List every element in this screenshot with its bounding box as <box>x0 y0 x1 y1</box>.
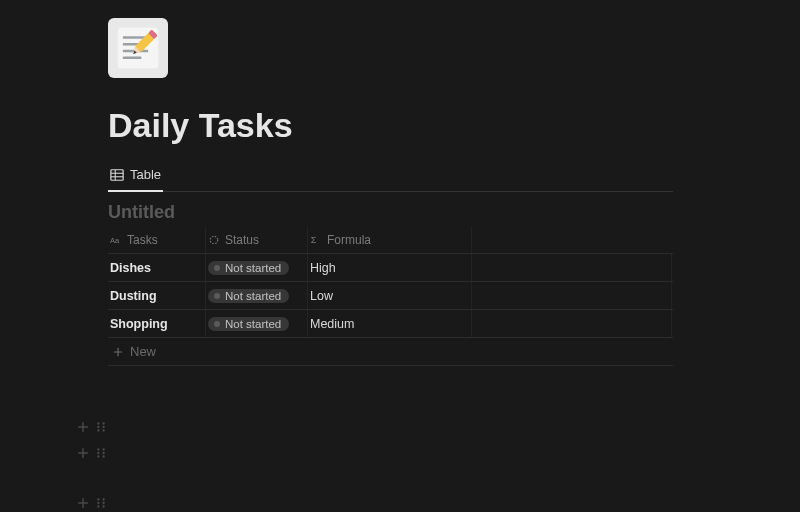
block-handle[interactable] <box>76 420 108 434</box>
view-tabs: Table <box>108 163 673 192</box>
plus-icon <box>112 346 124 358</box>
svg-point-26 <box>102 448 104 450</box>
svg-point-27 <box>97 452 99 454</box>
memo-pencil-icon <box>111 21 165 75</box>
svg-point-32 <box>102 498 104 500</box>
svg-rect-9 <box>111 169 123 180</box>
svg-point-29 <box>97 455 99 457</box>
svg-text:Σ: Σ <box>311 235 317 245</box>
database-table: Aa Tasks Status Σ Formula DishesNot star… <box>108 227 673 366</box>
svg-point-31 <box>97 498 99 500</box>
drag-handle-icon[interactable] <box>94 446 108 460</box>
formula-icon: Σ <box>310 234 322 246</box>
svg-point-19 <box>97 422 99 424</box>
svg-point-36 <box>102 505 104 507</box>
svg-point-34 <box>102 502 104 504</box>
svg-point-14 <box>210 236 218 244</box>
svg-point-22 <box>102 426 104 428</box>
svg-text:Aa: Aa <box>110 236 120 245</box>
page-title[interactable]: Daily Tasks <box>108 106 680 145</box>
cell-task[interactable]: Dusting <box>108 282 206 309</box>
svg-point-21 <box>97 426 99 428</box>
cell-empty[interactable] <box>472 310 672 337</box>
block-handle[interactable] <box>76 496 108 510</box>
cell-formula[interactable]: High <box>308 254 472 281</box>
drag-handle-icon[interactable] <box>94 496 108 510</box>
svg-point-24 <box>102 429 104 431</box>
svg-point-20 <box>102 422 104 424</box>
cell-task[interactable]: Shopping <box>108 310 206 337</box>
status-pill: Not started <box>208 261 289 275</box>
table-row[interactable]: DustingNot startedLow <box>108 282 673 310</box>
column-header-status[interactable]: Status <box>206 227 308 253</box>
status-pill: Not started <box>208 289 289 303</box>
column-header-formula[interactable]: Σ Formula <box>308 227 472 253</box>
table-icon <box>110 168 124 182</box>
table-row[interactable]: DishesNot startedHigh <box>108 254 673 282</box>
block-handle[interactable] <box>76 446 108 460</box>
svg-rect-4 <box>123 56 142 59</box>
svg-point-28 <box>102 452 104 454</box>
plus-icon[interactable] <box>76 496 90 510</box>
cell-task[interactable]: Dishes <box>108 254 206 281</box>
table-header-row: Aa Tasks Status Σ Formula <box>108 227 673 254</box>
cell-empty[interactable] <box>472 282 672 309</box>
cell-status[interactable]: Not started <box>206 254 308 281</box>
plus-icon[interactable] <box>76 446 90 460</box>
svg-point-23 <box>97 429 99 431</box>
database-title[interactable]: Untitled <box>108 202 680 223</box>
cell-status[interactable]: Not started <box>206 310 308 337</box>
column-actions <box>472 227 502 253</box>
tab-table[interactable]: Table <box>108 163 163 192</box>
tab-label: Table <box>130 167 161 182</box>
column-header-tasks[interactable]: Aa Tasks <box>108 227 206 253</box>
title-icon: Aa <box>110 234 122 246</box>
table-row[interactable]: ShoppingNot startedMedium <box>108 310 673 338</box>
page-icon[interactable] <box>108 18 168 78</box>
plus-icon[interactable] <box>76 420 90 434</box>
svg-point-30 <box>102 455 104 457</box>
svg-point-33 <box>97 502 99 504</box>
status-icon <box>208 234 220 246</box>
drag-handle-icon[interactable] <box>94 420 108 434</box>
svg-point-25 <box>97 448 99 450</box>
cell-empty[interactable] <box>472 254 672 281</box>
status-pill: Not started <box>208 317 289 331</box>
cell-formula[interactable]: Medium <box>308 310 472 337</box>
cell-status[interactable]: Not started <box>206 282 308 309</box>
cell-formula[interactable]: Low <box>308 282 472 309</box>
new-row-button[interactable]: New <box>108 338 673 366</box>
svg-point-35 <box>97 505 99 507</box>
